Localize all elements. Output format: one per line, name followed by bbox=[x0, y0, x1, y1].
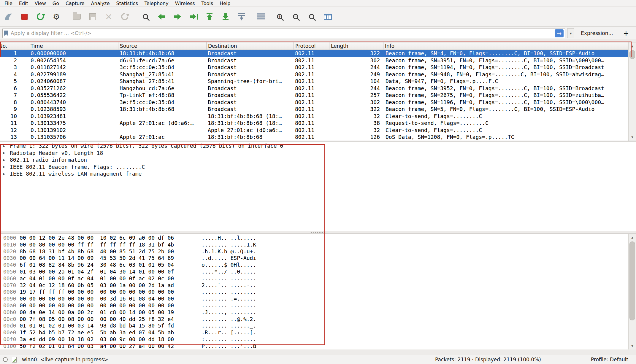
expander-icon[interactable]: ▶ bbox=[3, 158, 10, 162]
hex-row[interactable]: 00b000 4a 0e 14 00 0a 00 2c 01 c8 00 14 … bbox=[0, 309, 628, 316]
menu-view[interactable]: View bbox=[31, 0, 49, 7]
go-to-bottom-button[interactable] bbox=[219, 10, 232, 23]
resize-columns-button[interactable] bbox=[321, 10, 334, 23]
packet-row[interactable]: 40.022799189Shanghai_27:85:41Broadcast80… bbox=[0, 71, 628, 78]
scroll-up-icon[interactable]: ▲ bbox=[629, 42, 636, 50]
packet-row[interactable]: 60.035271262Hangzhou_cd:7a:6eBroadcast80… bbox=[0, 85, 628, 92]
hex-row[interactable]: 00e01f 52 b4 b5 b7 72 ae e5 5b ab 3a ed … bbox=[0, 329, 628, 336]
stop-capture-button[interactable] bbox=[18, 10, 31, 23]
cell-time: 0.024060087 bbox=[29, 78, 118, 84]
detail-text: 802.11 radio information bbox=[10, 157, 87, 163]
column-header-source[interactable]: Source bbox=[118, 42, 207, 50]
packet-row[interactable]: 110.130133475Apple_27:01:ac (d0:a6:…18:3… bbox=[0, 120, 628, 127]
menu-go[interactable]: Go bbox=[49, 0, 62, 7]
menu-analyze[interactable]: Analyze bbox=[88, 0, 113, 7]
auto-scroll-button[interactable] bbox=[235, 10, 248, 23]
hex-row[interactable]: 003000 00 64 00 11 14 00 09 45 53 50 2d … bbox=[0, 255, 628, 262]
hex-row[interactable]: 001000 00 80 00 00 00 ff ff ff ff ff ff … bbox=[0, 241, 628, 248]
menu-wireless[interactable]: Wireless bbox=[172, 0, 198, 7]
column-header-info[interactable]: Info bbox=[383, 42, 628, 50]
hex-row[interactable]: 009000 00 00 00 00 00 00 00 00 3d 16 01 … bbox=[0, 295, 628, 302]
filter-dropdown-button[interactable]: ▾ bbox=[567, 28, 574, 38]
hex-row[interactable]: 0060ac 04 01 00 00 0f ac 04 01 00 00 0f … bbox=[0, 275, 628, 282]
go-forward-button[interactable] bbox=[171, 10, 184, 23]
hex-row[interactable]: 00d001 01 01 02 01 00 03 14 98 d8 bd b4 … bbox=[0, 322, 628, 329]
hex-row[interactable]: 007032 04 0c 12 18 60 0b 05 03 00 1a 00 … bbox=[0, 282, 628, 289]
scroll-down-icon[interactable]: ▼ bbox=[629, 133, 636, 141]
start-capture-button[interactable] bbox=[2, 10, 15, 23]
zoom-out-button[interactable]: − bbox=[289, 10, 302, 23]
column-header-protocol[interactable]: Protocol bbox=[294, 42, 329, 50]
display-filter-input[interactable]: Apply a display filter ... <Ctrl-/> → bbox=[2, 28, 565, 38]
find-packet-button[interactable] bbox=[139, 10, 152, 23]
expander-icon[interactable]: ▶ bbox=[3, 172, 10, 176]
packet-row[interactable]: 70.055536422Tp-LinkT_ef:48:88Broadcast80… bbox=[0, 92, 628, 99]
hex-row[interactable]: 008019 17 ff ff ff 00 00 00 00 00 00 00 … bbox=[0, 289, 628, 295]
profile-status[interactable]: Profile: Default bbox=[591, 357, 628, 363]
save-file-button[interactable] bbox=[86, 10, 99, 23]
capture-options-button[interactable]: ⚙ bbox=[50, 10, 63, 23]
packet-row[interactable]: 80.0804437403e:f5:cc:0e:35:84Broadcast80… bbox=[0, 99, 628, 106]
scrollbar-thumb[interactable] bbox=[629, 241, 635, 320]
packet-row[interactable]: 90.10238859318:31:bf:4b:8b:68Broadcast80… bbox=[0, 106, 628, 113]
go-to-top-button[interactable] bbox=[203, 10, 216, 23]
capture-status-icon[interactable] bbox=[3, 357, 8, 362]
menu-tools[interactable]: Tools bbox=[198, 0, 216, 7]
hex-row[interactable]: 005001 03 00 00 2a 01 04 2f 01 04 30 14 … bbox=[0, 268, 628, 275]
packet-row[interactable]: 130.131035706Apple_27:01:ac18:31:bf:4b:8… bbox=[0, 133, 628, 141]
column-header-destination[interactable]: Destination bbox=[207, 42, 294, 50]
menu-telephony[interactable]: Telephony bbox=[141, 0, 172, 7]
zoom-in-button[interactable]: + bbox=[273, 10, 286, 23]
hex-row[interactable]: 00406f 01 08 82 84 8b 96 24 30 48 6c 03 … bbox=[0, 262, 628, 268]
restart-capture-button[interactable] bbox=[34, 10, 47, 23]
open-file-button[interactable] bbox=[70, 10, 83, 23]
packet-row[interactable]: 20.002654354d6:61:fe:cd:7a:6eBroadcast80… bbox=[0, 57, 628, 64]
detail-row-mgmt[interactable]: ▶IEEE 802.11 wireless LAN management fra… bbox=[0, 170, 636, 177]
hex-row[interactable]: 000000 00 12 00 2e 48 00 00 10 02 6c 09 … bbox=[0, 235, 628, 241]
detail-row-frame[interactable]: ▶Frame 1: 322 bytes on wire (2576 bits),… bbox=[0, 142, 636, 150]
column-header-length[interactable]: Length bbox=[329, 42, 383, 50]
menu-file[interactable]: File bbox=[1, 0, 16, 7]
column-header-time[interactable]: Time bbox=[29, 42, 118, 50]
zoom-reset-button[interactable] bbox=[305, 10, 318, 23]
hex-row[interactable]: 00208b 68 18 31 bf 4b 8b 68 40 00 85 51 … bbox=[0, 248, 628, 255]
reload-file-button[interactable] bbox=[118, 10, 131, 23]
go-back-button[interactable] bbox=[155, 10, 168, 23]
packet-list-scrollbar[interactable]: ▲ ▼ bbox=[628, 42, 636, 141]
hex-row[interactable]: 00a000 00 00 00 00 00 00 00 00 00 00 00 … bbox=[0, 302, 628, 309]
filter-apply-button[interactable]: → bbox=[555, 29, 564, 37]
packet-row[interactable]: 100.10392348118:31:bf:4b:8b:68 (18:…802.… bbox=[0, 113, 628, 120]
hex-row[interactable]: 00f03a ed dd 09 00 10 18 02 03 00 9c 00 … bbox=[0, 336, 628, 343]
detail-row-radiotap[interactable]: ▶Radiotap Header v0, Length 18 bbox=[0, 150, 636, 157]
hex-row[interactable]: 010050 f2 02 01 01 84 00 03 a4 00 00 27 … bbox=[0, 343, 628, 349]
expander-icon[interactable]: ▶ bbox=[3, 144, 10, 148]
expression-button[interactable]: Expression... bbox=[576, 30, 618, 36]
hex-row[interactable]: 00c000 7f 08 05 00 08 00 00 00 00 40 dd … bbox=[0, 316, 628, 323]
detail-row-radio-info[interactable]: ▶802.11 radio information bbox=[0, 156, 636, 163]
packet-row[interactable]: 120.130139102Apple_27:01:ac (d0:a6:…802.… bbox=[0, 127, 628, 134]
menu-capture[interactable]: Capture bbox=[62, 0, 88, 7]
expander-icon[interactable]: ▶ bbox=[3, 151, 10, 155]
packet-row[interactable]: 50.024060087Shanghai_27:85:41Spanning-tr… bbox=[0, 78, 628, 85]
packet-row[interactable]: 10.00000000018:31:bf:4b:8b:68Broadcast80… bbox=[0, 50, 628, 57]
column-header-no[interactable]: No. bbox=[1, 43, 7, 49]
pane-splitter[interactable] bbox=[0, 231, 636, 233]
save-icon bbox=[89, 13, 96, 20]
filter-bookmark-icon[interactable] bbox=[4, 31, 8, 36]
go-to-packet-button[interactable] bbox=[187, 10, 200, 23]
close-file-button[interactable]: × bbox=[102, 10, 115, 23]
scroll-down-icon[interactable]: ▼ bbox=[629, 342, 636, 349]
packet-row[interactable]: 30.0118271423c:f5:cc:0e:35:84Broadcast80… bbox=[0, 64, 628, 71]
scrollbar-thumb[interactable] bbox=[629, 50, 635, 59]
detail-row-beacon[interactable]: ▶IEEE 802.11 Beacon frame, Flags: ......… bbox=[0, 163, 636, 171]
add-filter-button[interactable]: + bbox=[620, 29, 632, 37]
expander-icon[interactable]: ▶ bbox=[3, 165, 10, 169]
cell-time: 0.080443740 bbox=[29, 99, 118, 105]
scroll-up-icon[interactable]: ▲ bbox=[629, 234, 636, 241]
colorize-button[interactable] bbox=[254, 10, 267, 23]
menu-edit[interactable]: Edit bbox=[16, 0, 31, 7]
capture-file-properties-icon[interactable] bbox=[12, 357, 17, 363]
menu-help[interactable]: Help bbox=[216, 0, 234, 7]
hex-scrollbar[interactable]: ▲ ▼ bbox=[628, 234, 636, 349]
menu-statistics[interactable]: Statistics bbox=[113, 0, 141, 7]
